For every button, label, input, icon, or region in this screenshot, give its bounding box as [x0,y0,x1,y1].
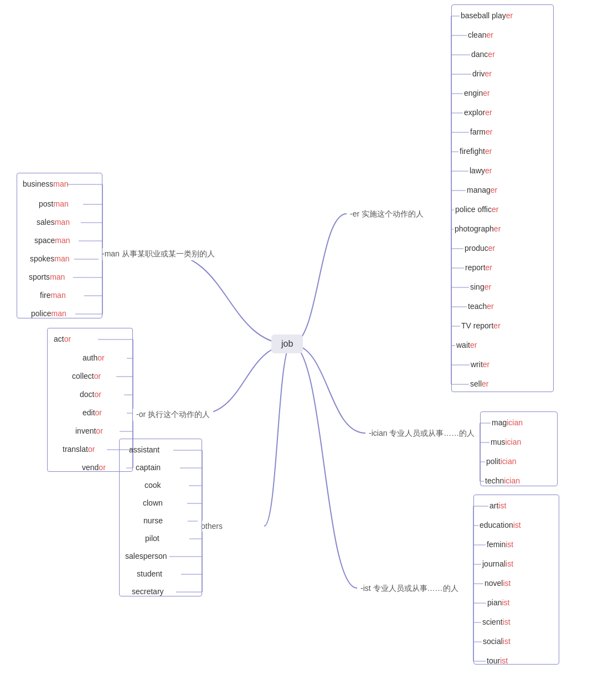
node-student: student [137,569,162,578]
node-cook: cook [145,481,161,490]
node-producer: producer [465,244,495,253]
group-box-er [451,4,554,392]
branch-label-ist: -ist 专业人员或从事……的人 [357,583,462,595]
node-journalist: journalist [482,559,513,568]
node-explorer: explorer [464,108,492,117]
node-postman: postman [39,199,69,208]
center-node: job [271,334,303,353]
node-spokesman: spokesman [30,254,70,263]
node-driver: driver [472,69,492,78]
node-teacher: teacher [468,302,494,311]
center-label: job [281,339,293,348]
node-TV_reporter: TV reporter [461,321,501,330]
node-pilot: pilot [145,534,159,543]
node-baseball_player: baseball player [461,11,513,20]
node-educationist: educationist [480,521,521,529]
node-nurse: nurse [143,516,163,525]
node-dancer: dancer [471,50,495,59]
node-artist: artist [489,501,506,510]
node-actor_actress: actor [54,334,71,343]
node-police_officer: police officer [455,205,498,214]
node-cleaner: cleaner [468,30,493,39]
node-editor: editor [83,408,102,417]
node-businessman: businessman [23,179,69,188]
node-feminist: feminist [487,540,513,549]
node-translator: translator [63,445,95,454]
node-sportsman: sportsman [29,272,65,281]
branch-label-er: -er 实施这个动作的人 [347,208,427,220]
node-photographer: photographer [455,224,501,233]
node-captain: captain [136,463,161,472]
node-technician: technician [485,476,520,485]
node-doctor: doctor [80,390,101,399]
node-spaceman: spaceman [34,236,70,245]
node-clown: clown [143,498,163,507]
node-assistant: assistant [129,445,159,454]
node-fireman: fireman [40,291,66,300]
node-reporter: reporter [465,263,492,272]
node-farmer: farmer [470,127,492,136]
node-secretary: secretary [132,587,164,596]
node-socialist: socialist [483,637,511,646]
node-engineer: enginer [464,89,490,97]
node-magician: magician [492,418,523,427]
branch-label-or: -or 执行这个动作的人 [133,409,213,421]
node-salesman: salesman [37,218,70,227]
node-policeman: policeman [31,309,66,318]
node-singer: singer [470,282,491,291]
node-lawyer: lawyer [470,166,492,175]
node-seller: seller [470,379,488,388]
node-collector: collector [72,372,101,380]
node-politician: politician [486,457,516,466]
node-pianist: pianist [487,598,509,607]
node-manager: manager [467,186,497,194]
branch-label-ician: -ician 专业人员或从事……的人 [365,428,478,440]
node-inventor: inventor [75,426,103,435]
node-salesperson: salesperson [125,552,167,560]
node-waiter_waitress: waiter [456,341,477,349]
branch-label-man: -man 从事某职业或某一类别的人 [99,248,218,260]
node-musician: musician [491,437,521,446]
node-firefighter: firefighter [460,147,492,156]
node-novelist: novelist [484,579,511,588]
node-vendor: vendor [82,463,106,472]
node-writer: writer [471,360,489,369]
node-scientist: scientist [482,617,511,626]
node-tourist: tourist [487,656,508,665]
node-author: author [83,353,105,362]
